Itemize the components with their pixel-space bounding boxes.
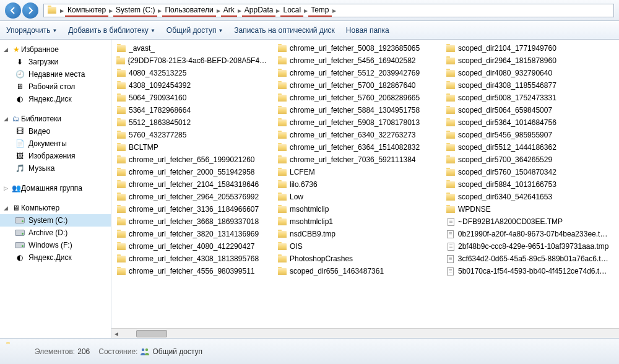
folder-item[interactable]: chrome_url_fetcher_2000_551942958 bbox=[114, 166, 270, 178]
folder-item[interactable]: chrome_url_fetcher_4080_412290427 bbox=[114, 240, 270, 253]
share-button[interactable]: Общий доступ ▼ bbox=[167, 26, 223, 35]
file-item[interactable]: 0b21990f-a20f-4a80-9673-07b4bea233ee.tmp bbox=[443, 228, 612, 240]
chevron-right-icon[interactable]: ▸ bbox=[237, 6, 242, 15]
sidebar-item[interactable]: 🎵Музыка bbox=[0, 162, 111, 175]
sidebar-favorites-header[interactable]: ◢★Избранное bbox=[0, 43, 111, 56]
organize-button[interactable]: Упорядочить ▼ bbox=[6, 26, 57, 35]
breadcrumb-segment[interactable]: Temp bbox=[308, 4, 331, 17]
folder-item[interactable]: chrome_url_fetcher_6364_1514082832 bbox=[275, 141, 438, 154]
folder-item[interactable]: scoped_dir656_1463487361 bbox=[275, 265, 438, 277]
folder-item[interactable]: scoped_dir5884_1013166753 bbox=[443, 178, 612, 191]
sidebar-item[interactable]: 🕘Недавние места bbox=[0, 68, 111, 80]
folder-item[interactable]: scoped_dir4308_1185546877 bbox=[443, 79, 612, 92]
back-button[interactable] bbox=[5, 2, 21, 19]
folder-item[interactable]: nsdCBB9.tmp bbox=[275, 228, 438, 240]
folder-item[interactable]: 5760_432377285 bbox=[114, 129, 270, 141]
folder-item[interactable]: scoped_dir5008_1752473331 bbox=[443, 92, 612, 104]
folder-item[interactable]: LCFEM bbox=[275, 166, 438, 178]
breadcrumb-segment[interactable]: AppData bbox=[242, 4, 276, 17]
breadcrumb-segment[interactable]: Ark bbox=[221, 4, 237, 17]
add-to-library-button[interactable]: Добавить в библиотеку ▼ bbox=[68, 26, 155, 35]
folder-item[interactable]: msohtmlclip1 bbox=[275, 215, 438, 228]
folder-item[interactable]: chrome_url_fetcher_4556_980399511 bbox=[114, 265, 270, 277]
folder-item[interactable]: msohtmlclip bbox=[275, 203, 438, 215]
new-folder-button[interactable]: Новая папка bbox=[346, 26, 389, 35]
sidebar-item[interactable]: Archive (D:) bbox=[0, 227, 111, 239]
file-item[interactable]: 3cf634d2-0d65-45a5-89c5-889b01a76ac6.tmp bbox=[443, 253, 612, 265]
folder-item[interactable]: chrome_url_fetcher_5008_1923685065 bbox=[275, 42, 438, 54]
sidebar-item[interactable]: 📄Документы bbox=[0, 137, 111, 150]
folder-item[interactable]: scoped_dir2104_1771949760 bbox=[443, 42, 612, 54]
folder-item[interactable]: chrome_url_fetcher_5760_2068289665 bbox=[275, 92, 438, 104]
content-area[interactable]: _avast_{29DDF708-21E3-4ac6-BEFD-208A5F4B… bbox=[111, 40, 619, 338]
folder-item[interactable]: 4308_1092454392 bbox=[114, 79, 270, 92]
folder-item[interactable]: chrome_url_fetcher_5908_1708178013 bbox=[275, 116, 438, 129]
folder-item[interactable]: chrome_url_fetcher_2964_2055376992 bbox=[114, 191, 270, 203]
chevron-right-icon[interactable]: ▸ bbox=[157, 6, 162, 15]
folder-item[interactable]: chrome_url_fetcher_5700_182867640 bbox=[275, 79, 438, 92]
folder-item[interactable]: PhotoshopCrashes bbox=[275, 253, 438, 265]
folder-item[interactable]: {29DDF708-21E3-4ac6-BEFD-208A5F4B6B04} bbox=[114, 54, 270, 67]
folder-item[interactable]: lilo.6736 bbox=[275, 178, 438, 191]
scroll-left-icon[interactable]: ◂ bbox=[111, 329, 121, 338]
scroll-thumb[interactable] bbox=[136, 330, 167, 337]
sidebar-homegroup-header[interactable]: ▷👥Домашняя группа bbox=[0, 182, 111, 194]
folder-item[interactable]: scoped_dir5364_1014684756 bbox=[443, 116, 612, 129]
folder-item[interactable]: chrome_url_fetcher_5512_2039942769 bbox=[275, 67, 438, 79]
horizontal-scrollbar[interactable]: ◂ bbox=[111, 328, 619, 338]
folder-item[interactable]: scoped_dir5064_659845007 bbox=[443, 104, 612, 116]
folder-item[interactable]: chrome_url_fetcher_3668_1869337018 bbox=[114, 215, 270, 228]
sidebar-item[interactable]: 🖥Рабочий стол bbox=[0, 80, 111, 93]
breadcrumb-segment[interactable]: System (C:) bbox=[113, 4, 157, 17]
breadcrumb-segment[interactable]: Компьютер bbox=[65, 4, 108, 17]
chevron-right-icon[interactable]: ▸ bbox=[275, 6, 280, 15]
folder-item[interactable]: chrome_url_fetcher_5456_169402582 bbox=[275, 54, 438, 67]
forward-button[interactable] bbox=[22, 2, 38, 19]
breadcrumb-segment[interactable]: Пользователи bbox=[162, 4, 215, 17]
folder-item[interactable]: chrome_url_fetcher_3136_1184966607 bbox=[114, 203, 270, 215]
breadcrumb-segment[interactable]: Local bbox=[280, 4, 303, 17]
chevron-right-icon[interactable]: ▸ bbox=[60, 6, 65, 15]
folder-item[interactable]: chrome_url_fetcher_4308_1813895768 bbox=[114, 253, 270, 265]
sidebar-computer-header[interactable]: ◢🖥Компьютер bbox=[0, 202, 111, 214]
folder-item[interactable]: chrome_url_fetcher_2104_1584318646 bbox=[114, 178, 270, 191]
burn-button[interactable]: Записать на оптический диск bbox=[234, 26, 335, 35]
folder-item[interactable]: BCLTMP bbox=[114, 141, 270, 154]
folder-item[interactable]: scoped_dir5760_1504870342 bbox=[443, 166, 612, 178]
sidebar-item[interactable]: Windows (F:) bbox=[0, 239, 111, 251]
folder-item[interactable]: scoped_dir4080_932790640 bbox=[443, 67, 612, 79]
folder-item[interactable]: chrome_url_fetcher_3820_1314136969 bbox=[114, 228, 270, 240]
folder-item[interactable]: scoped_dir6340_542641653 bbox=[443, 191, 612, 203]
sidebar-item[interactable]: ◐Яндекс.Диск bbox=[0, 93, 111, 105]
folder-item[interactable]: 5064_790934160 bbox=[114, 92, 270, 104]
sidebar-item[interactable]: ◐Яндекс.Диск bbox=[0, 251, 111, 264]
file-item[interactable]: 2bf48b9c-ccc8-429e-9651-10af39731aaa.tmp bbox=[443, 240, 612, 253]
sidebar-item[interactable]: 🖼Изображения bbox=[0, 150, 111, 162]
folder-item[interactable]: _avast_ bbox=[114, 42, 270, 54]
sidebar-item[interactable]: 🎞Видео bbox=[0, 125, 111, 137]
folder-item[interactable]: OIS bbox=[275, 240, 438, 253]
file-item[interactable]: 5b0170ca-1f54-4593-bb40-4f4512ce74d6.tmp bbox=[443, 265, 612, 277]
sidebar-libraries-header[interactable]: ◢🗂Библиотеки bbox=[0, 113, 111, 125]
folder-item[interactable]: Low bbox=[275, 191, 438, 203]
folder-item[interactable]: chrome_url_fetcher_656_1999021260 bbox=[114, 154, 270, 166]
chevron-right-icon[interactable]: ▸ bbox=[332, 6, 337, 15]
folder-item[interactable]: 5364_1782968664 bbox=[114, 104, 270, 116]
folder-item[interactable]: scoped_dir5700_364265529 bbox=[443, 154, 612, 166]
folder-item[interactable]: scoped_dir5512_1444186362 bbox=[443, 141, 612, 154]
folder-item[interactable]: 4080_432513225 bbox=[114, 67, 270, 79]
chevron-right-icon[interactable]: ▸ bbox=[108, 6, 113, 15]
sidebar[interactable]: ◢★Избранное ⬇Загрузки🕘Недавние места🖥Раб… bbox=[0, 40, 111, 338]
breadcrumb[interactable]: ▸ Компьютер▸System (C:)▸Пользователи▸Ark… bbox=[43, 4, 614, 17]
sidebar-item[interactable]: System (C:) bbox=[0, 214, 111, 227]
folder-item[interactable]: scoped_dir2964_1815878960 bbox=[443, 54, 612, 67]
file-item[interactable]: ~DFB92B1A8200CD03EE.TMP bbox=[443, 215, 612, 228]
folder-item[interactable]: 5512_1863845012 bbox=[114, 116, 270, 129]
chevron-right-icon[interactable]: ▸ bbox=[303, 6, 308, 15]
chevron-right-icon[interactable]: ▸ bbox=[216, 6, 221, 15]
folder-item[interactable]: WPDNSE bbox=[443, 203, 612, 215]
folder-item[interactable]: scoped_dir5456_985955907 bbox=[443, 129, 612, 141]
sidebar-item[interactable]: ⬇Загрузки bbox=[0, 56, 111, 68]
folder-item[interactable]: chrome_url_fetcher_5884_1304951758 bbox=[275, 104, 438, 116]
folder-item[interactable]: chrome_url_fetcher_7036_592111384 bbox=[275, 154, 438, 166]
